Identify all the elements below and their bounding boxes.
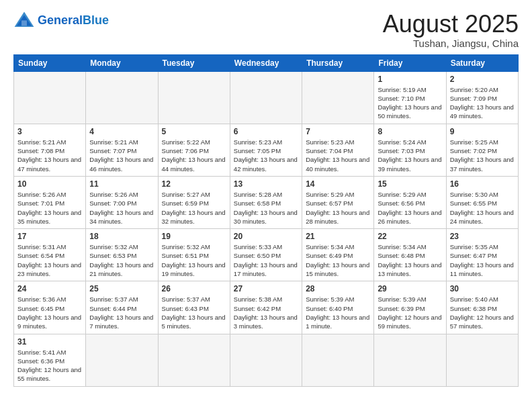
day-number: 1 [378, 75, 442, 84]
day-cell: 19Sunrise: 5:32 AM Sunset: 6:51 PM Dayli… [158, 229, 230, 281]
calendar: SundayMondayTuesdayWednesdayThursdayFrid… [13, 54, 519, 387]
day-cell: 10Sunrise: 5:26 AM Sunset: 7:01 PM Dayli… [14, 176, 86, 228]
day-cell: 1Sunrise: 5:19 AM Sunset: 7:10 PM Daylig… [374, 71, 446, 124]
location-title: Tushan, Jiangsu, China [383, 38, 519, 49]
day-info: Sunrise: 5:21 AM Sunset: 7:08 PM Dayligh… [17, 138, 82, 173]
week-row-2: 10Sunrise: 5:26 AM Sunset: 7:01 PM Dayli… [14, 176, 519, 228]
day-number: 3 [17, 127, 82, 136]
day-cell: 7Sunrise: 5:23 AM Sunset: 7:04 PM Daylig… [302, 124, 374, 176]
day-cell: 12Sunrise: 5:27 AM Sunset: 6:59 PM Dayli… [158, 176, 230, 228]
day-cell: 3Sunrise: 5:21 AM Sunset: 7:08 PM Daylig… [14, 124, 86, 176]
logo-general: General [38, 13, 83, 27]
day-number: 16 [450, 179, 515, 189]
day-cell [446, 334, 518, 386]
day-info: Sunrise: 5:29 AM Sunset: 6:56 PM Dayligh… [378, 190, 442, 226]
day-cell [14, 71, 86, 124]
day-info: Sunrise: 5:40 AM Sunset: 6:38 PM Dayligh… [450, 295, 515, 330]
day-cell [302, 71, 374, 124]
day-cell: 9Sunrise: 5:25 AM Sunset: 7:02 PM Daylig… [446, 124, 518, 176]
weekday-header-saturday: Saturday [446, 54, 518, 71]
day-info: Sunrise: 5:25 AM Sunset: 7:02 PM Dayligh… [450, 138, 515, 173]
day-info: Sunrise: 5:29 AM Sunset: 6:57 PM Dayligh… [306, 190, 370, 226]
day-number: 24 [17, 284, 82, 293]
day-info: Sunrise: 5:33 AM Sunset: 6:50 PM Dayligh… [234, 242, 298, 278]
day-number: 5 [162, 127, 226, 136]
day-cell: 20Sunrise: 5:33 AM Sunset: 6:50 PM Dayli… [230, 229, 302, 281]
day-info: Sunrise: 5:34 AM Sunset: 6:48 PM Dayligh… [378, 242, 442, 278]
weekday-header-monday: Monday [86, 54, 158, 71]
day-number: 2 [450, 75, 515, 84]
day-info: Sunrise: 5:37 AM Sunset: 6:43 PM Dayligh… [162, 295, 226, 330]
day-cell: 8Sunrise: 5:24 AM Sunset: 7:03 PM Daylig… [374, 124, 446, 176]
week-row-5: 31Sunrise: 5:41 AM Sunset: 6:36 PM Dayli… [14, 334, 519, 386]
title-area: August 2025 Tushan, Jiangsu, China [383, 11, 519, 49]
day-cell: 2Sunrise: 5:20 AM Sunset: 7:09 PM Daylig… [446, 71, 518, 124]
day-info: Sunrise: 5:37 AM Sunset: 6:44 PM Dayligh… [89, 295, 154, 330]
day-info: Sunrise: 5:35 AM Sunset: 6:47 PM Dayligh… [450, 242, 515, 278]
logo-icon [13, 11, 35, 30]
day-cell: 23Sunrise: 5:35 AM Sunset: 6:47 PM Dayli… [446, 229, 518, 281]
day-cell: 25Sunrise: 5:37 AM Sunset: 6:44 PM Dayli… [86, 281, 158, 334]
day-cell: 21Sunrise: 5:34 AM Sunset: 6:49 PM Dayli… [302, 229, 374, 281]
weekday-header-friday: Friday [374, 54, 446, 71]
week-row-1: 3Sunrise: 5:21 AM Sunset: 7:08 PM Daylig… [14, 124, 519, 176]
day-number: 22 [378, 232, 442, 241]
day-info: Sunrise: 5:28 AM Sunset: 6:58 PM Dayligh… [234, 190, 298, 226]
day-cell: 26Sunrise: 5:37 AM Sunset: 6:43 PM Dayli… [158, 281, 230, 334]
weekday-header-tuesday: Tuesday [158, 54, 230, 71]
day-number: 29 [378, 284, 442, 293]
day-info: Sunrise: 5:30 AM Sunset: 6:55 PM Dayligh… [450, 190, 515, 226]
day-number: 6 [234, 127, 298, 136]
day-cell: 28Sunrise: 5:39 AM Sunset: 6:40 PM Dayli… [302, 281, 374, 334]
day-number: 14 [306, 179, 370, 189]
day-cell: 22Sunrise: 5:34 AM Sunset: 6:48 PM Dayli… [374, 229, 446, 281]
week-row-4: 24Sunrise: 5:36 AM Sunset: 6:45 PM Dayli… [14, 281, 519, 334]
day-info: Sunrise: 5:39 AM Sunset: 6:40 PM Dayligh… [306, 295, 370, 330]
weekday-header-row: SundayMondayTuesdayWednesdayThursdayFrid… [14, 54, 519, 71]
day-info: Sunrise: 5:26 AM Sunset: 7:01 PM Dayligh… [17, 190, 82, 226]
day-cell [302, 334, 374, 386]
day-cell [158, 334, 230, 386]
day-info: Sunrise: 5:41 AM Sunset: 6:36 PM Dayligh… [17, 348, 82, 383]
day-info: Sunrise: 5:27 AM Sunset: 6:59 PM Dayligh… [162, 190, 226, 226]
day-cell: 5Sunrise: 5:22 AM Sunset: 7:06 PM Daylig… [158, 124, 230, 176]
month-title: August 2025 [383, 11, 519, 38]
day-number: 10 [17, 179, 82, 189]
svg-rect-2 [21, 20, 27, 26]
day-number: 21 [306, 232, 370, 241]
day-info: Sunrise: 5:26 AM Sunset: 7:00 PM Dayligh… [89, 190, 154, 226]
day-number: 19 [162, 232, 226, 241]
day-number: 15 [378, 179, 442, 189]
day-number: 18 [89, 232, 154, 241]
day-cell: 30Sunrise: 5:40 AM Sunset: 6:38 PM Dayli… [446, 281, 518, 334]
day-cell: 29Sunrise: 5:39 AM Sunset: 6:39 PM Dayli… [374, 281, 446, 334]
day-number: 28 [306, 284, 370, 293]
day-cell: 14Sunrise: 5:29 AM Sunset: 6:57 PM Dayli… [302, 176, 374, 228]
day-cell: 6Sunrise: 5:23 AM Sunset: 7:05 PM Daylig… [230, 124, 302, 176]
page: GeneralBlue August 2025 Tushan, Jiangsu,… [0, 0, 532, 411]
day-info: Sunrise: 5:38 AM Sunset: 6:42 PM Dayligh… [234, 295, 298, 330]
day-cell: 13Sunrise: 5:28 AM Sunset: 6:58 PM Dayli… [230, 176, 302, 228]
day-cell: 24Sunrise: 5:36 AM Sunset: 6:45 PM Dayli… [14, 281, 86, 334]
day-number: 9 [450, 127, 515, 136]
day-number: 13 [234, 179, 298, 189]
logo-text: GeneralBlue [38, 14, 109, 26]
day-number: 25 [89, 284, 154, 293]
weekday-header-sunday: Sunday [14, 54, 86, 71]
day-cell: 15Sunrise: 5:29 AM Sunset: 6:56 PM Dayli… [374, 176, 446, 228]
day-cell [230, 334, 302, 386]
day-info: Sunrise: 5:23 AM Sunset: 7:05 PM Dayligh… [234, 138, 298, 173]
day-cell: 4Sunrise: 5:21 AM Sunset: 7:07 PM Daylig… [86, 124, 158, 176]
day-info: Sunrise: 5:24 AM Sunset: 7:03 PM Dayligh… [378, 138, 442, 173]
day-info: Sunrise: 5:39 AM Sunset: 6:39 PM Dayligh… [378, 295, 442, 330]
day-number: 23 [450, 232, 515, 241]
day-info: Sunrise: 5:21 AM Sunset: 7:07 PM Dayligh… [89, 138, 154, 173]
weekday-header-wednesday: Wednesday [230, 54, 302, 71]
day-info: Sunrise: 5:20 AM Sunset: 7:09 PM Dayligh… [450, 85, 515, 121]
day-number: 27 [234, 284, 298, 293]
logo-blue: Blue [83, 13, 109, 27]
day-cell: 17Sunrise: 5:31 AM Sunset: 6:54 PM Dayli… [14, 229, 86, 281]
day-info: Sunrise: 5:34 AM Sunset: 6:49 PM Dayligh… [306, 242, 370, 278]
header-area: GeneralBlue August 2025 Tushan, Jiangsu,… [13, 11, 519, 49]
week-row-3: 17Sunrise: 5:31 AM Sunset: 6:54 PM Dayli… [14, 229, 519, 281]
